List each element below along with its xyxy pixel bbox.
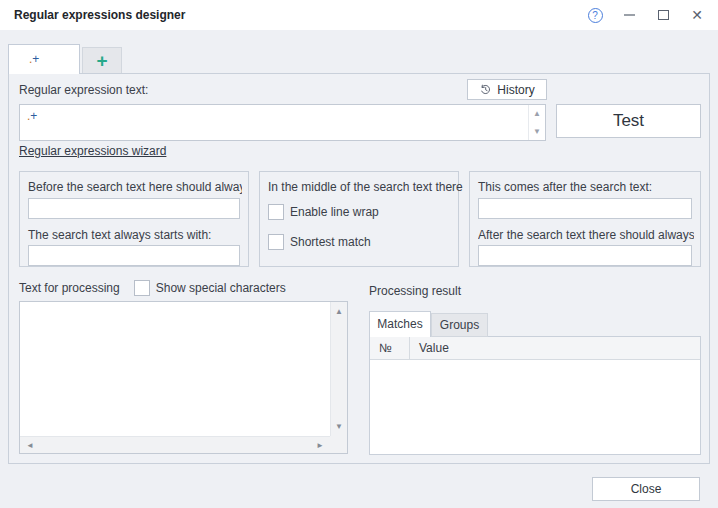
group-middle-search: In the middle of the search text there E…	[259, 171, 459, 267]
shortest-match-label: Shortest match	[290, 235, 371, 249]
tab-groups[interactable]: Groups	[431, 313, 488, 337]
regex-wizard-link[interactable]: Regular expressions wizard	[19, 144, 166, 158]
enable-line-wrap-checkbox[interactable]	[268, 204, 284, 220]
scrollbar-corner	[330, 436, 347, 453]
help-icon: ?	[588, 8, 603, 23]
tab-matches[interactable]: Matches	[369, 311, 431, 337]
text-for-processing-label: Text for processing	[19, 281, 120, 295]
window-controls: ? ✕	[578, 0, 714, 30]
starts-with-label: The search text always starts with:	[28, 228, 211, 242]
title-bar: Regular expressions designer ? ✕	[0, 0, 718, 30]
history-button-label: History	[497, 83, 534, 97]
scroll-down-icon[interactable]: ▼	[529, 127, 545, 136]
processing-textarea-value	[24, 304, 327, 433]
after-always-label: After the search text there should alway…	[478, 228, 694, 242]
test-button[interactable]: Test	[556, 104, 701, 138]
comes-after-label: This comes after the search text:	[478, 180, 652, 194]
close-icon: ✕	[691, 7, 703, 23]
tab-page-panel: Regular expression text: History .+ ▲ ▼ …	[8, 73, 710, 464]
close-window-button[interactable]: ✕	[680, 0, 714, 30]
scroll-down-icon[interactable]: ▼	[335, 422, 343, 431]
scroll-up-icon[interactable]: ▲	[335, 307, 343, 316]
regex-input[interactable]: .+ ▲ ▼	[19, 104, 546, 141]
maximize-icon	[658, 10, 669, 20]
close-button-label: Close	[631, 482, 662, 496]
shortest-match-checkbox[interactable]	[268, 234, 284, 250]
matches-table: № Value	[369, 336, 701, 455]
regex-text-label: Regular expression text:	[19, 83, 148, 97]
close-button[interactable]: Close	[592, 477, 700, 501]
vertical-scrollbar[interactable]: ▲ ▼	[330, 302, 347, 436]
group-before-search: Before the search text here should alway…	[19, 171, 249, 267]
text-for-processing-row: Text for processing Show special charact…	[19, 280, 286, 296]
before-text-label: Before the search text here should alway…	[28, 180, 242, 194]
enable-line-wrap-label: Enable line wrap	[290, 205, 379, 219]
processing-result-label: Processing result	[369, 284, 461, 298]
maximize-button[interactable]	[646, 0, 680, 30]
enable-line-wrap-row: Enable line wrap	[268, 204, 379, 220]
help-button[interactable]: ?	[578, 0, 612, 30]
middle-text-label: In the middle of the search text there	[268, 180, 463, 194]
show-special-characters-label: Show special characters	[156, 281, 286, 295]
starts-with-input[interactable]	[28, 245, 240, 266]
minimize-icon	[624, 14, 635, 16]
horizontal-scrollbar[interactable]: ◄ ►	[20, 436, 330, 453]
tab-regex-current[interactable]: .+	[8, 44, 80, 74]
tab-label-plus: +	[32, 52, 39, 66]
group-after-search: This comes after the search text: After …	[469, 171, 701, 267]
show-special-characters-checkbox[interactable]	[134, 280, 150, 296]
shortest-match-row: Shortest match	[268, 234, 371, 250]
after-always-input[interactable]	[478, 245, 692, 266]
history-clock-icon	[479, 83, 492, 96]
add-tab-button[interactable]: +	[82, 47, 122, 74]
before-text-input[interactable]	[28, 198, 240, 219]
matches-table-header: № Value	[370, 337, 700, 360]
regex-token-plus: +	[30, 109, 37, 123]
scroll-up-icon[interactable]: ▲	[529, 109, 545, 118]
window-title: Regular expressions designer	[14, 0, 185, 30]
processing-textarea[interactable]: ▲ ▼ ◄ ►	[19, 301, 348, 454]
scroll-right-icon[interactable]: ►	[316, 441, 324, 450]
minimize-button[interactable]	[612, 0, 646, 30]
plus-icon: +	[96, 50, 107, 71]
regex-value: .+	[27, 109, 37, 123]
scroll-left-icon[interactable]: ◄	[26, 441, 34, 450]
column-value[interactable]: Value	[410, 337, 700, 359]
comes-after-input[interactable]	[478, 198, 692, 219]
column-number[interactable]: №	[370, 337, 410, 359]
history-button[interactable]: History	[467, 79, 547, 100]
regex-scrollbar[interactable]: ▲ ▼	[528, 105, 545, 140]
test-button-label: Test	[613, 111, 644, 131]
